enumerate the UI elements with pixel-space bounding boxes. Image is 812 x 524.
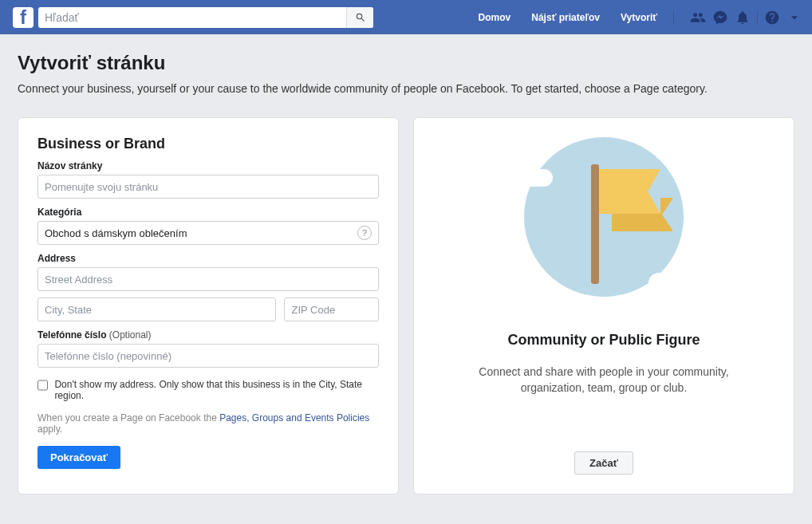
page-subtitle: Connect your business, yourself or your … (18, 82, 794, 95)
nav-friend-requests[interactable] (687, 0, 709, 34)
community-card: Community or Public Figure Connect and s… (413, 117, 794, 494)
nav-notifications[interactable] (731, 0, 754, 34)
nav-home[interactable]: Domov (471, 0, 519, 34)
page-content: Vytvoriť stránku Connect your business, … (0, 34, 812, 494)
nav-messages[interactable] (709, 0, 731, 34)
fb-logo[interactable]: f (13, 7, 34, 28)
community-illustration (508, 129, 700, 321)
nav-account-menu[interactable] (783, 0, 806, 34)
help-icon (764, 10, 780, 26)
search-wrap (38, 7, 373, 28)
top-navbar: f Domov Nájsť priateľov Vytvoriť (0, 0, 812, 34)
search-button[interactable] (346, 7, 373, 28)
messenger-icon (712, 10, 728, 26)
search-input[interactable] (38, 7, 373, 28)
page-name-input[interactable] (37, 175, 379, 199)
continue-button[interactable]: Pokračovať (37, 446, 120, 469)
nav-help[interactable] (761, 0, 783, 34)
category-help-icon[interactable]: ? (357, 226, 372, 240)
bell-icon (735, 10, 751, 26)
zip-input[interactable] (284, 297, 379, 321)
address-label: Address (37, 253, 379, 264)
category-label: Kategória (37, 207, 379, 218)
name-label: Názov stránky (37, 160, 379, 171)
policies-link[interactable]: Pages, Groups and Events Policies (219, 412, 369, 424)
start-button[interactable]: Začať (574, 451, 633, 475)
page-title: Vytvoriť stránku (18, 52, 794, 74)
policy-note: When you create a Page on Facebook the P… (37, 412, 379, 435)
hide-address-checkbox[interactable] (37, 380, 48, 391)
street-input[interactable] (37, 267, 379, 291)
nav-separator (673, 10, 674, 25)
phone-label: Telefónne číslo (Optional) (37, 329, 379, 341)
search-icon (355, 12, 366, 23)
city-input[interactable] (37, 297, 276, 321)
community-heading: Community or Public Figure (507, 332, 700, 349)
category-input[interactable]: Obchod s dámskym oblečením ? (37, 221, 379, 245)
nav-find-friends[interactable]: Nájsť priateľov (523, 0, 608, 34)
phone-input[interactable] (37, 344, 379, 368)
hide-address-row[interactable]: Don't show my address. Only show that th… (37, 379, 379, 401)
business-card: Business or Brand Názov stránky Kategóri… (18, 117, 399, 494)
category-value: Obchod s dámskym oblečením (45, 227, 187, 239)
nav-create[interactable]: Vytvoriť (613, 0, 665, 34)
hide-address-text: Don't show my address. Only show that th… (54, 379, 379, 401)
caret-down-icon (786, 10, 802, 26)
friends-icon (690, 10, 706, 26)
community-description: Connect and share with people in your co… (462, 364, 746, 396)
business-heading: Business or Brand (37, 136, 379, 152)
nav-separator (757, 10, 758, 25)
